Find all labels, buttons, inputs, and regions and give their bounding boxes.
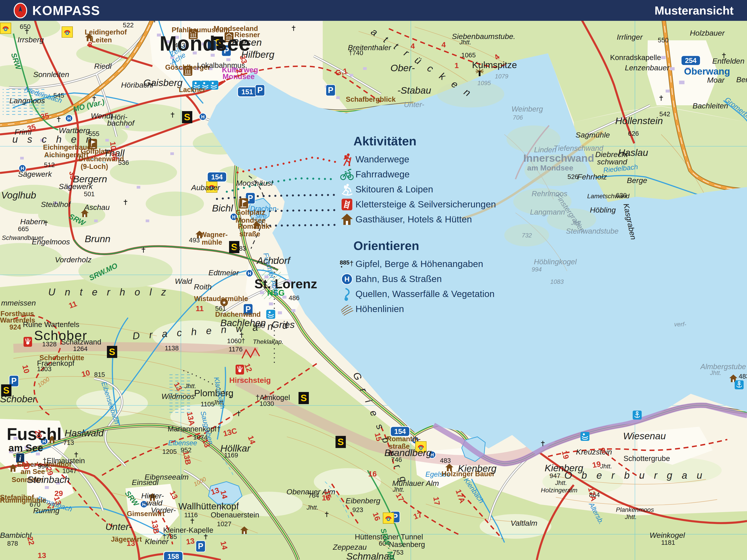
legend-activity-row: Skitouren & Loipen [338,182,496,197]
legend-activity-row: Fahrradwege [338,167,496,182]
legend-orientation-row: HBahn, Bus & Straßen [338,271,496,287]
hiker-icon [338,152,356,167]
page-title: Musteransicht [654,4,733,17]
header-bar: KOMPASS Musteransicht [0,0,747,21]
brand-name: KOMPASS [32,3,100,18]
legend-orientation-label: Bahn, Bus & Straßen [356,274,442,284]
legend-activity-row: Gasthäuser, Hotels & Hütten [338,212,496,227]
legend-orientation-title: Orientieren [354,239,496,253]
legend-orientation-label: Gipfel, Berge & Höhenangaben [356,259,483,269]
screenshot-root: { "header": { "brand": "KOMPASS", "title… [0,0,747,560]
legend-orientation-row: 885†Gipfel, Berge & Höhenangaben [338,257,496,271]
legend-orientation-label: Höhenlinien [356,304,404,314]
legend-orientation-label: Quellen, Wasserfälle & Vegetation [356,289,495,299]
cliff-band-schatzwand [14,347,258,352]
svg-text:H: H [344,275,350,283]
bicycle-icon [338,168,356,181]
legend-activity-label: Fahrradwege [356,169,410,180]
hut-icon [338,213,356,226]
legend-activity-label: Wanderwege [356,154,409,165]
spring-icon [338,287,356,301]
svg-text:885: 885 [340,259,350,266]
legend-activity-label: Gasthäuser, Hotels & Hütten [356,214,472,225]
legend-orientation-row: Quellen, Wasserfälle & Vegetation [338,287,496,301]
map-legend: Aktivitäten WanderwegeFahrradwegeSkitour… [338,134,496,317]
legend-activities-title: Aktivitäten [354,134,496,148]
marsh-wildmoos [169,373,190,413]
ladder-icon [338,198,356,211]
legend-orientation-rows: 885†Gipfel, Berge & HöhenangabenHBahn, B… [338,257,496,317]
skier-icon [338,182,356,197]
legend-activity-row: Wanderwege [338,152,496,167]
legend-activities-rows: WanderwegeFahrradwegeSkitouren & LoipenK… [338,152,496,227]
legend-activity-row: Klettersteige & Seilversicherungen [338,197,496,212]
kompass-logo[interactable]: KOMPASS [14,2,100,19]
peak-icon: 885† [338,259,356,270]
bus-stop-icon: H [338,273,356,286]
svg-text:†: † [350,259,354,267]
compass-icon [14,2,27,19]
legend-activity-label: Klettersteige & Seilversicherungen [356,199,496,210]
legend-activity-label: Skitouren & Loipen [356,184,433,195]
contours-icon [338,302,356,316]
marsh-langmoos [3,88,45,117]
legend-orientation-row: Höhenlinien [338,301,496,317]
